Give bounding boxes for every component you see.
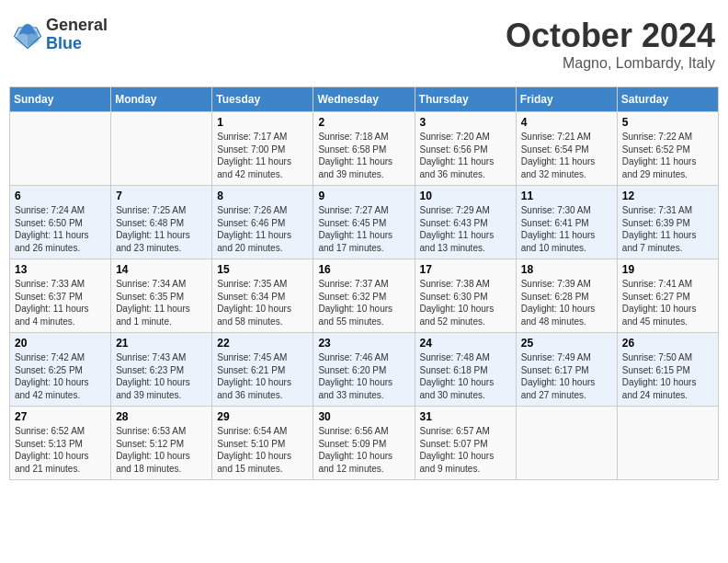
calendar-week-5: 27Sunrise: 6:52 AMSunset: 5:13 PMDayligh… [10, 407, 719, 480]
day-info: Sunrise: 7:34 AMSunset: 6:35 PMDaylight:… [116, 278, 207, 327]
day-number: 2 [318, 116, 409, 129]
calendar-cell: 19Sunrise: 7:41 AMSunset: 6:27 PMDayligh… [617, 259, 718, 333]
day-number: 31 [420, 410, 511, 423]
day-number: 25 [521, 337, 612, 350]
day-header-friday: Friday [516, 87, 617, 112]
day-header-saturday: Saturday [617, 87, 718, 112]
day-number: 6 [15, 190, 106, 202]
day-info: Sunrise: 7:41 AMSunset: 6:27 PMDaylight:… [622, 278, 713, 327]
calendar-week-2: 6Sunrise: 7:24 AMSunset: 6:50 PMDaylight… [10, 186, 719, 259]
day-info: Sunrise: 7:29 AMSunset: 6:43 PMDaylight:… [420, 204, 511, 254]
calendar-cell [617, 407, 718, 480]
day-number: 23 [318, 337, 409, 350]
day-number: 10 [420, 190, 511, 202]
calendar-cell: 8Sunrise: 7:26 AMSunset: 6:46 PMDaylight… [212, 186, 313, 259]
calendar-cell [111, 112, 212, 186]
day-number: 27 [15, 410, 106, 423]
month-title: October 2024 [506, 17, 715, 55]
day-number: 1 [217, 116, 308, 129]
day-header-thursday: Thursday [415, 87, 516, 112]
day-number: 22 [217, 337, 308, 350]
day-number: 12 [622, 190, 713, 202]
day-info: Sunrise: 7:31 AMSunset: 6:39 PMDaylight:… [622, 204, 713, 254]
day-number: 3 [420, 116, 511, 129]
day-info: Sunrise: 7:46 AMSunset: 6:20 PMDaylight:… [318, 351, 409, 401]
day-number: 28 [116, 410, 207, 423]
day-info: Sunrise: 7:37 AMSunset: 6:32 PMDaylight:… [318, 278, 409, 327]
day-number: 20 [15, 337, 106, 350]
day-info: Sunrise: 7:17 AMSunset: 7:00 PMDaylight:… [217, 131, 308, 180]
day-number: 13 [15, 263, 106, 276]
calendar-cell: 22Sunrise: 7:45 AMSunset: 6:21 PMDayligh… [212, 333, 313, 407]
calendar-cell: 7Sunrise: 7:25 AMSunset: 6:48 PMDaylight… [111, 186, 212, 259]
calendar: SundayMondayTuesdayWednesdayThursdayFrid… [9, 86, 719, 480]
calendar-cell: 13Sunrise: 7:33 AMSunset: 6:37 PMDayligh… [10, 259, 111, 333]
day-number: 5 [622, 116, 713, 129]
logo: General Blue [13, 17, 108, 53]
calendar-cell: 30Sunrise: 6:56 AMSunset: 5:09 PMDayligh… [313, 407, 415, 480]
calendar-cell: 17Sunrise: 7:38 AMSunset: 6:30 PMDayligh… [415, 259, 516, 333]
calendar-cell: 3Sunrise: 7:20 AMSunset: 6:56 PMDaylight… [415, 112, 516, 186]
day-number: 26 [622, 337, 713, 350]
day-number: 29 [217, 410, 308, 423]
calendar-cell: 26Sunrise: 7:50 AMSunset: 6:15 PMDayligh… [617, 333, 718, 407]
day-info: Sunrise: 7:26 AMSunset: 6:46 PMDaylight:… [217, 204, 308, 254]
day-info: Sunrise: 7:38 AMSunset: 6:30 PMDaylight:… [420, 278, 511, 327]
day-info: Sunrise: 6:53 AMSunset: 5:12 PMDaylight:… [116, 425, 207, 475]
calendar-cell: 16Sunrise: 7:37 AMSunset: 6:32 PMDayligh… [313, 259, 415, 333]
calendar-cell: 28Sunrise: 6:53 AMSunset: 5:12 PMDayligh… [111, 407, 212, 480]
calendar-cell: 23Sunrise: 7:46 AMSunset: 6:20 PMDayligh… [313, 333, 415, 407]
title-section: October 2024 Magno, Lombardy, Italy [506, 17, 715, 72]
day-info: Sunrise: 7:48 AMSunset: 6:18 PMDaylight:… [420, 351, 511, 401]
day-info: Sunrise: 7:45 AMSunset: 6:21 PMDaylight:… [217, 351, 308, 401]
calendar-cell [516, 407, 617, 480]
day-number: 4 [521, 116, 612, 129]
calendar-cell: 12Sunrise: 7:31 AMSunset: 6:39 PMDayligh… [617, 186, 718, 259]
day-number: 24 [420, 337, 511, 350]
day-info: Sunrise: 7:39 AMSunset: 6:28 PMDaylight:… [521, 278, 612, 327]
day-info: Sunrise: 7:21 AMSunset: 6:54 PMDaylight:… [521, 131, 612, 180]
day-header-tuesday: Tuesday [212, 87, 313, 112]
day-number: 30 [318, 410, 409, 423]
calendar-cell [10, 112, 111, 186]
day-info: Sunrise: 7:30 AMSunset: 6:41 PMDaylight:… [521, 204, 612, 254]
day-header-sunday: Sunday [10, 87, 111, 112]
logo-icon [13, 20, 42, 50]
day-number: 14 [116, 263, 207, 276]
day-info: Sunrise: 7:20 AMSunset: 6:56 PMDaylight:… [420, 131, 511, 180]
calendar-header-row: SundayMondayTuesdayWednesdayThursdayFrid… [10, 87, 719, 112]
calendar-cell: 20Sunrise: 7:42 AMSunset: 6:25 PMDayligh… [10, 333, 111, 407]
day-info: Sunrise: 6:52 AMSunset: 5:13 PMDaylight:… [15, 425, 106, 475]
day-info: Sunrise: 7:25 AMSunset: 6:48 PMDaylight:… [116, 204, 207, 254]
day-info: Sunrise: 7:22 AMSunset: 6:52 PMDaylight:… [622, 131, 713, 180]
day-number: 11 [521, 190, 612, 202]
day-info: Sunrise: 7:33 AMSunset: 6:37 PMDaylight:… [15, 278, 106, 327]
calendar-week-1: 1Sunrise: 7:17 AMSunset: 7:00 PMDaylight… [10, 112, 719, 186]
logo-text: General Blue [46, 17, 108, 53]
day-number: 17 [420, 263, 511, 276]
calendar-cell: 9Sunrise: 7:27 AMSunset: 6:45 PMDaylight… [313, 186, 415, 259]
calendar-cell: 10Sunrise: 7:29 AMSunset: 6:43 PMDayligh… [415, 186, 516, 259]
day-info: Sunrise: 7:49 AMSunset: 6:17 PMDaylight:… [521, 351, 612, 401]
day-number: 15 [217, 263, 308, 276]
calendar-cell: 1Sunrise: 7:17 AMSunset: 7:00 PMDaylight… [212, 112, 313, 186]
calendar-cell: 2Sunrise: 7:18 AMSunset: 6:58 PMDaylight… [313, 112, 415, 186]
day-info: Sunrise: 7:43 AMSunset: 6:23 PMDaylight:… [116, 351, 207, 401]
day-number: 7 [116, 190, 207, 202]
calendar-cell: 29Sunrise: 6:54 AMSunset: 5:10 PMDayligh… [212, 407, 313, 480]
calendar-cell: 18Sunrise: 7:39 AMSunset: 6:28 PMDayligh… [516, 259, 617, 333]
day-info: Sunrise: 7:18 AMSunset: 6:58 PMDaylight:… [318, 131, 409, 180]
day-number: 18 [521, 263, 612, 276]
calendar-cell: 5Sunrise: 7:22 AMSunset: 6:52 PMDaylight… [617, 112, 718, 186]
logo-general: General [46, 17, 108, 35]
day-info: Sunrise: 6:54 AMSunset: 5:10 PMDaylight:… [217, 425, 308, 475]
calendar-cell: 31Sunrise: 6:57 AMSunset: 5:07 PMDayligh… [415, 407, 516, 480]
day-number: 16 [318, 263, 409, 276]
day-number: 21 [116, 337, 207, 350]
logo-blue: Blue [46, 35, 108, 53]
calendar-cell: 27Sunrise: 6:52 AMSunset: 5:13 PMDayligh… [10, 407, 111, 480]
calendar-week-3: 13Sunrise: 7:33 AMSunset: 6:37 PMDayligh… [10, 259, 719, 333]
day-info: Sunrise: 7:42 AMSunset: 6:25 PMDaylight:… [15, 351, 106, 401]
day-number: 9 [318, 190, 409, 202]
day-info: Sunrise: 6:57 AMSunset: 5:07 PMDaylight:… [420, 425, 511, 475]
